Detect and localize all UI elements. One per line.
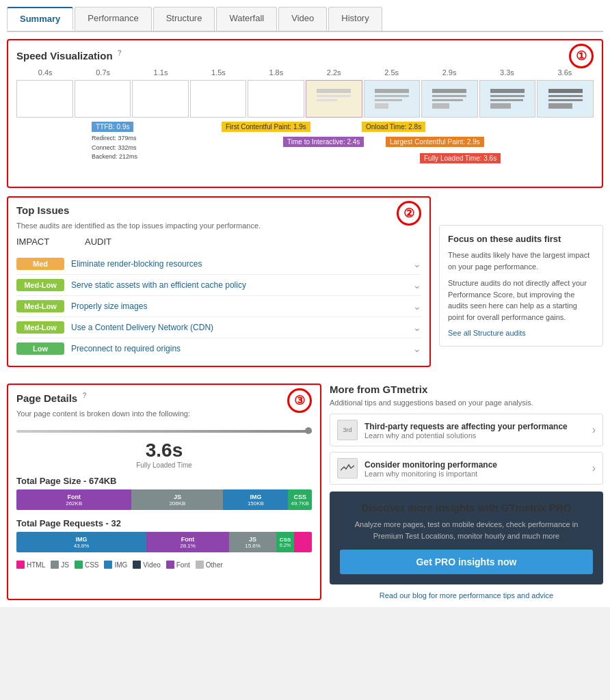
more-item-1-desc: Learn why and potential solutions [364,431,585,440]
svg-rect-20 [548,89,583,93]
top-issues-subtitle: These audits are identified as the top i… [16,221,261,230]
svg-rect-23 [548,103,572,109]
more-item-1-text: Third-party requests are affecting your … [364,421,585,440]
svg-rect-16 [490,95,525,97]
pro-box: Discover more insights with GTmetrix PRO… [330,492,603,584]
legend-html: HTML [16,561,45,569]
screenshot-5 [248,80,304,118]
more-item-2[interactable]: Consider monitoring performance Learn wh… [330,452,603,485]
page-details-help[interactable]: ? [82,392,86,399]
legend-color-other [196,561,204,569]
speed-viz-title: Speed Visualization ? [16,49,122,62]
tab-history[interactable]: History [328,7,382,31]
svg-rect-18 [490,103,511,109]
monitor-icon [337,458,358,479]
top-issues-section: Top Issues These audits are identified a… [7,196,431,367]
tab-waterfall[interactable]: Waterfall [216,7,277,31]
issue-row-5[interactable]: Low Preconnect to required origins ⌄ [16,338,421,359]
screenshot-7 [364,80,421,118]
tab-performance[interactable]: Performance [75,7,151,31]
svg-rect-2 [317,95,351,97]
tl-label-2: 0.7s [74,68,131,77]
pro-cta-button[interactable]: Get PRO insights now [340,550,593,574]
tab-summary[interactable]: Summary [7,7,73,31]
tl-label-5: 1.8s [248,68,305,77]
legend-color-video [133,561,141,569]
focus-link[interactable]: See all Structure audits [448,329,526,337]
legend: HTML JS CSS IMG Video [16,561,312,569]
svg-rect-7 [375,99,402,101]
issue-label-2[interactable]: Serve static assets with an efficient ca… [71,280,406,290]
time-slider-dot [305,427,312,434]
issue-chevron-2[interactable]: ⌄ [413,280,421,291]
ttfb-bar: TTFB: 0.9s [92,122,133,132]
legend-color-font [166,561,174,569]
svg-rect-6 [375,95,409,97]
legend-label-css: CSS [85,561,99,569]
tl-label-4: 1.5s [189,68,247,77]
size-bar: Font 262KB JS 206KB IMG 150KB CSS 49.7KB [16,489,312,510]
circle-2: ② [397,201,421,226]
focus-title: Focus on these audits first [448,234,594,244]
issue-label-1[interactable]: Eliminate render-blocking resources [71,259,406,269]
issue-label-3[interactable]: Properly size images [71,301,406,311]
issue-label-4[interactable]: Use a Content Delivery Network (CDN) [71,323,406,332]
legend-label-js: JS [61,561,69,569]
speed-viz-help[interactable]: ? [118,49,122,57]
svg-rect-22 [548,99,583,101]
top-issues-row: Top Issues These audits are identified a… [7,196,603,375]
screenshot-4 [190,80,247,118]
legend-img: IMG [104,561,127,569]
tl-label-6: 2.2s [305,68,362,77]
requests-title: Total Page Requests - 32 [16,518,312,528]
svg-rect-5 [375,89,409,93]
svg-rect-13 [432,103,449,109]
col-audit-header: AUDIT [85,237,111,247]
issue-chevron-1[interactable]: ⌄ [413,258,421,269]
impact-badge-2: Med-Low [16,279,64,291]
svg-rect-21 [548,95,583,97]
issue-chevron-5[interactable]: ⌄ [413,343,421,354]
loaded-time-label: Fully Loaded Time [16,461,312,469]
screenshot-3 [132,80,189,118]
legend-video: Video [133,561,160,569]
tl-label-1: 0.4s [16,68,74,77]
timing-bars: TTFB: 0.9s Redirect: 379ms Connect: 332m… [23,122,594,180]
svg-rect-8 [375,103,388,109]
svg-rect-1 [317,89,351,93]
timeline-screenshots [16,80,594,118]
third-party-icon: 3rd [337,420,358,440]
issue-row-2[interactable]: Med-Low Serve static assets with an effi… [16,275,421,296]
req-seg-font: Font 28.1% [146,532,229,552]
tab-structure[interactable]: Structure [153,7,215,31]
more-title: More from GTmetrix [330,383,603,395]
more-item-1[interactable]: 3rd Third-party requests are affecting y… [330,414,603,446]
bottom-row: Page Details ? Your page content is brok… [7,383,603,600]
issue-row-3[interactable]: Med-Low Properly size images ⌄ [16,296,421,317]
focus-text-2: Structure audits do not directly affect … [448,278,594,323]
screenshot-10 [537,80,594,118]
tab-video[interactable]: Video [278,7,327,31]
time-slider-wrapper [16,430,312,433]
page-details-title: Page Details ? [16,392,190,404]
blog-link[interactable]: Read our blog for more performance tips … [380,591,553,600]
issue-row-1[interactable]: Med Eliminate render-blocking resources … [16,254,421,275]
issue-chevron-4[interactable]: ⌄ [413,322,421,333]
issue-label-5[interactable]: Preconnect to required origins [71,344,406,353]
svg-rect-17 [490,99,523,101]
issue-row-4[interactable]: Med-Low Use a Content Delivery Network (… [16,317,421,338]
requests-bar: IMG 43.8% Font 28.1% JS 15.6% CSS 6.2% [16,532,312,552]
size-title: Total Page Size - 674KB [16,476,312,486]
time-slider [16,430,312,433]
fully-loaded-display: 3.6s Fully Loaded Time [16,440,312,469]
legend-color-img [104,561,112,569]
screenshot-2 [75,80,131,118]
tl-label-9: 3.3s [478,68,535,77]
legend-label-font: Font [176,561,190,569]
svg-rect-11 [432,95,466,97]
fcp-bar: First Contentful Paint: 1.9s [222,122,310,132]
legend-js: JS [51,561,69,569]
more-item-2-arrow: › [592,462,596,474]
issue-chevron-3[interactable]: ⌄ [413,301,421,312]
screenshot-9 [479,80,536,118]
